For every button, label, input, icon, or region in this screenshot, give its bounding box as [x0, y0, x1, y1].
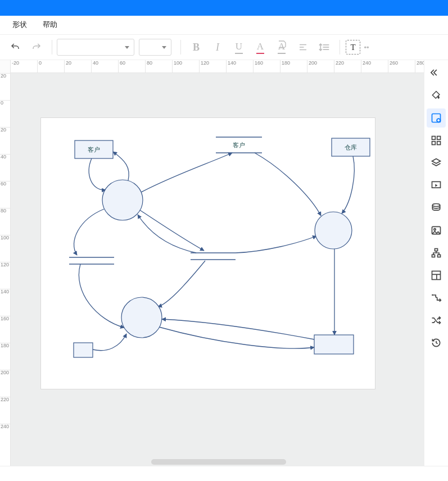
horizontal-scrollbar[interactable] — [151, 459, 286, 465]
highlight-button[interactable]: A — [272, 38, 291, 57]
horizontal-ruler: -200204060801001201401601802002202402602… — [10, 60, 424, 73]
edge-ds2-proc3[interactable] — [158, 261, 205, 307]
redo-button[interactable] — [27, 38, 46, 57]
layers-icon — [431, 157, 442, 169]
italic-button[interactable]: I — [208, 38, 227, 57]
side-expand-button[interactable] — [427, 63, 446, 83]
toolbar-separator — [180, 40, 181, 55]
diagram-page[interactable]: 客户客户仓库 — [41, 118, 375, 389]
svg-rect-13 — [437, 137, 441, 140]
align-button[interactable] — [293, 38, 313, 57]
object-settings-icon — [431, 112, 442, 124]
edge-proc3-sink2[interactable] — [159, 327, 314, 348]
side-connector-button[interactable] — [427, 288, 446, 307]
side-data-button[interactable] — [427, 198, 446, 217]
side-components-button[interactable] — [427, 131, 446, 150]
history-icon — [431, 337, 442, 348]
node-proc3[interactable] — [121, 297, 162, 338]
node-warehouse-label: 仓库 — [345, 144, 357, 151]
side-history-button[interactable] — [427, 333, 446, 352]
sitemap-icon — [431, 247, 442, 258]
font-size-select[interactable] — [139, 39, 171, 56]
node-customer1-label: 客户 — [88, 146, 100, 153]
more-button[interactable]: •• — [363, 38, 370, 57]
menu-shape[interactable]: 形状 — [4, 17, 35, 32]
menu-bar: 形状 帮助 — [0, 16, 448, 34]
menu-help[interactable]: 帮助 — [35, 17, 65, 32]
paint-bucket-icon — [431, 90, 442, 101]
edge-sink1-proc3[interactable] — [93, 334, 126, 351]
toolbar-separator — [52, 40, 52, 55]
svg-point-19 — [434, 229, 436, 230]
toolbar: B I U A A T •• — [0, 34, 448, 60]
font-color-button[interactable]: A — [251, 38, 270, 57]
svg-rect-12 — [432, 137, 436, 140]
font-family-select[interactable] — [57, 39, 134, 56]
layout-icon — [431, 270, 442, 281]
chevron-down-icon — [162, 46, 166, 49]
side-layout-button[interactable] — [427, 266, 446, 285]
side-image-button[interactable] — [427, 221, 446, 240]
status-bar — [0, 466, 448, 481]
node-sink2[interactable] — [314, 335, 354, 354]
chevron-down-icon — [125, 46, 129, 49]
image-icon — [431, 225, 442, 236]
components-icon — [431, 135, 442, 146]
svg-rect-22 — [438, 255, 441, 257]
svg-rect-21 — [432, 255, 435, 257]
edge-ds2-proc1[interactable] — [138, 215, 196, 253]
underline-button[interactable]: U — [229, 38, 248, 57]
side-settings-button[interactable] — [427, 108, 446, 128]
edge-ds1-proc3[interactable] — [79, 264, 124, 328]
text-box-button[interactable]: T — [346, 40, 360, 55]
node-proc1[interactable] — [102, 180, 143, 220]
side-presentation-button[interactable] — [427, 176, 446, 195]
side-shuffle-button[interactable] — [427, 311, 446, 330]
svg-rect-15 — [437, 142, 441, 145]
svg-rect-14 — [432, 142, 436, 145]
node-proc2[interactable] — [315, 212, 352, 249]
vertical-ruler: 20020406080100120140160180200220240 — [0, 73, 11, 466]
svg-point-11 — [437, 119, 440, 122]
toolbar-separator — [340, 40, 340, 55]
edge-ds2-proc2[interactable] — [236, 236, 316, 253]
app-header-bar — [0, 0, 448, 16]
side-fill-button[interactable] — [427, 86, 446, 105]
svg-rect-10 — [432, 114, 441, 122]
svg-point-24 — [432, 294, 433, 296]
svg-point-17 — [432, 204, 440, 207]
canvas[interactable]: 客户客户仓库 — [11, 73, 424, 466]
node-customer2-label: 客户 — [233, 142, 245, 148]
node-sink1[interactable] — [74, 343, 93, 357]
side-panel — [424, 60, 448, 466]
presentation-icon — [431, 180, 442, 191]
edge-proc1-customer1[interactable] — [113, 152, 129, 180]
shuffle-icon — [431, 315, 442, 326]
svg-rect-20 — [435, 249, 438, 251]
workspace: -200204060801001201401601802002202402602… — [0, 60, 448, 466]
undo-button[interactable] — [6, 38, 25, 57]
edge-proc1-ds1[interactable] — [74, 209, 104, 255]
edge-warehouse-proc2[interactable] — [342, 156, 354, 214]
side-layers-button[interactable] — [427, 153, 446, 173]
connector-icon — [431, 292, 442, 303]
expand-icon — [431, 67, 442, 79]
edge-customer2-proc2[interactable] — [255, 153, 321, 216]
line-spacing-button[interactable] — [315, 38, 334, 57]
bold-button[interactable]: B — [187, 38, 206, 57]
edge-customer1-proc1[interactable] — [89, 158, 106, 190]
side-sitemap-button[interactable] — [427, 243, 446, 262]
edge-proc1-customer2[interactable] — [141, 153, 232, 192]
database-icon — [431, 202, 442, 214]
edge-sink2-proc3[interactable] — [162, 319, 314, 339]
